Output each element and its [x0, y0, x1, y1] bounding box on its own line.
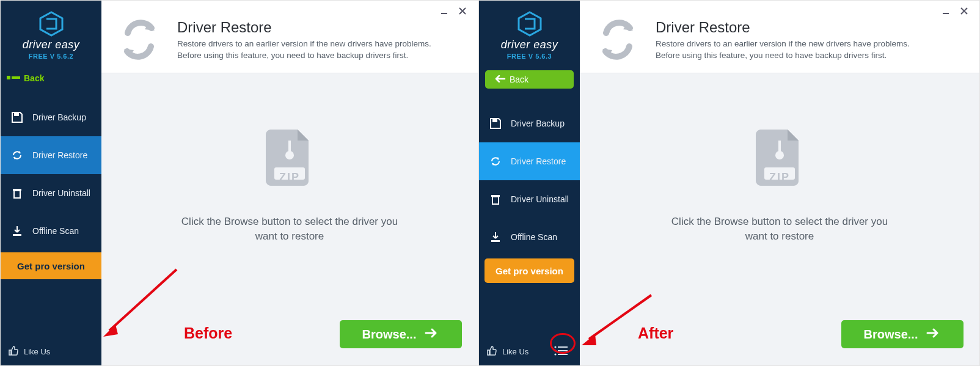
svg-rect-23 [558, 354, 568, 355]
svg-rect-1 [7, 76, 10, 79]
back-label: Back [24, 73, 44, 83]
sidebar-item-label: Driver Backup [32, 112, 86, 122]
svg-marker-0 [40, 12, 62, 35]
menu-button[interactable] [549, 342, 572, 361]
download-icon [489, 231, 502, 243]
sidebar-item-label: Driver Uninstall [511, 194, 569, 204]
sidebar-bottom-bar: Like Us [1, 337, 101, 365]
sidebar-item-driver-backup[interactable]: Driver Backup [479, 104, 580, 142]
minimize-button[interactable] [937, 4, 955, 18]
save-icon [489, 117, 502, 130]
svg-rect-24 [943, 13, 949, 14]
arrow-left-icon [7, 73, 20, 83]
version-text: FREE V 5.6.2 [29, 53, 73, 60]
save-icon [10, 111, 24, 123]
page-description: Restore drivers to an earlier version if… [656, 38, 968, 62]
svg-rect-9 [288, 141, 291, 153]
sidebar-item-offline-scan[interactable]: Offline Scan [1, 212, 101, 250]
list-menu-icon [554, 346, 568, 357]
annotation-after-label: After [638, 324, 673, 342]
sidebar-bottom-bar: Like Us [479, 337, 580, 365]
app-window-after: driver easy FREE V 5.6.3 Back Driver Bac… [478, 0, 980, 366]
svg-rect-7 [441, 13, 447, 14]
close-button[interactable] [453, 4, 472, 18]
thumbs-up-icon [8, 345, 19, 358]
page-description: Restore drivers to an earlier version if… [177, 38, 467, 62]
arrow-left-icon [494, 75, 506, 84]
back-label: Back [510, 75, 528, 84]
browse-button[interactable]: Browse... [841, 320, 964, 348]
download-icon [10, 225, 24, 237]
main-panel: Driver Restore Restore drivers to an ear… [580, 1, 979, 365]
brand-text: driver easy [23, 38, 80, 51]
svg-point-18 [554, 346, 556, 348]
main-header: Driver Restore Restore drivers to an ear… [101, 18, 478, 73]
svg-rect-3 [14, 113, 19, 116]
sidebar-item-driver-uninstall[interactable]: Driver Uninstall [1, 174, 101, 212]
back-button[interactable]: Back [1, 69, 101, 87]
svg-rect-17 [491, 240, 500, 242]
sidebar-item-offline-scan[interactable]: Offline Scan [479, 218, 580, 256]
content-area: ZIP Click the Browse button to select th… [101, 73, 478, 365]
like-us-button[interactable]: Like Us [486, 345, 528, 358]
sidebar-item-driver-restore[interactable]: Driver Restore [479, 142, 580, 180]
sidebar-item-label: Offline Scan [511, 232, 557, 242]
sidebar-nav: Driver Backup Driver Restore Driver Unin… [479, 104, 580, 256]
svg-rect-5 [13, 189, 21, 191]
logo-block: driver easy FREE V 5.6.3 [479, 1, 580, 69]
logo-icon [516, 10, 543, 37]
sidebar-nav: Driver Backup Driver Restore Driver Unin… [1, 98, 101, 250]
content-area: ZIP Click the Browse button to select th… [580, 73, 979, 365]
like-us-button[interactable]: Like Us [8, 345, 50, 358]
trash-icon [489, 193, 502, 205]
sidebar-item-label: Driver Restore [511, 156, 566, 166]
sidebar-item-driver-uninstall[interactable]: Driver Uninstall [479, 180, 580, 218]
browse-button[interactable]: Browse... [340, 320, 462, 348]
svg-rect-2 [12, 76, 20, 79]
get-pro-label: Get pro version [495, 266, 563, 276]
page-title: Driver Restore [177, 19, 467, 36]
svg-marker-13 [519, 12, 541, 35]
sidebar-item-driver-backup[interactable]: Driver Backup [1, 98, 101, 136]
drop-zone-caption: Click the Browse button to select the dr… [181, 214, 398, 244]
refresh-icon [489, 155, 502, 167]
like-us-label: Like Us [502, 347, 528, 356]
svg-point-20 [554, 350, 556, 351]
arrow-right-icon [425, 328, 439, 342]
trash-icon [10, 187, 24, 199]
main-panel: Driver Restore Restore drivers to an ear… [101, 1, 478, 365]
svg-rect-15 [492, 197, 499, 204]
restore-header-icon [593, 19, 642, 60]
svg-rect-16 [491, 195, 500, 197]
svg-rect-21 [558, 350, 568, 351]
get-pro-button[interactable]: Get pro version [1, 252, 101, 279]
sidebar-item-label: Driver Restore [32, 150, 87, 160]
app-window-before: driver easy FREE V 5.6.2 Back Driver Bac… [0, 0, 478, 366]
thumbs-up-icon [486, 345, 497, 358]
minimize-button[interactable] [435, 4, 453, 18]
sidebar-item-driver-restore[interactable]: Driver Restore [1, 136, 101, 174]
back-button[interactable]: Back [485, 70, 574, 89]
get-pro-button[interactable]: Get pro version [485, 258, 574, 283]
svg-rect-6 [13, 234, 21, 236]
svg-point-22 [554, 353, 556, 355]
like-us-label: Like Us [24, 347, 50, 356]
sidebar-item-label: Offline Scan [32, 226, 79, 236]
logo-icon [38, 10, 65, 37]
svg-rect-19 [558, 346, 568, 348]
close-button[interactable] [955, 4, 973, 18]
sidebar-item-label: Driver Uninstall [32, 188, 90, 198]
drop-zone-caption: Click the Browse button to select the dr… [671, 214, 888, 244]
zip-file-icon: ZIP [756, 127, 803, 201]
main-header: Driver Restore Restore drivers to an ear… [580, 18, 979, 73]
svg-rect-26 [778, 141, 781, 153]
sidebar: driver easy FREE V 5.6.3 Back Driver Bac… [479, 1, 580, 365]
logo-block: driver easy FREE V 5.6.2 [1, 1, 101, 69]
sidebar-item-label: Driver Backup [511, 119, 565, 128]
brand-text: driver easy [501, 38, 558, 51]
svg-rect-14 [492, 119, 497, 122]
version-text: FREE V 5.6.3 [507, 53, 552, 60]
refresh-icon [10, 149, 24, 161]
restore-header-icon [115, 19, 164, 60]
browse-label: Browse... [362, 328, 417, 342]
